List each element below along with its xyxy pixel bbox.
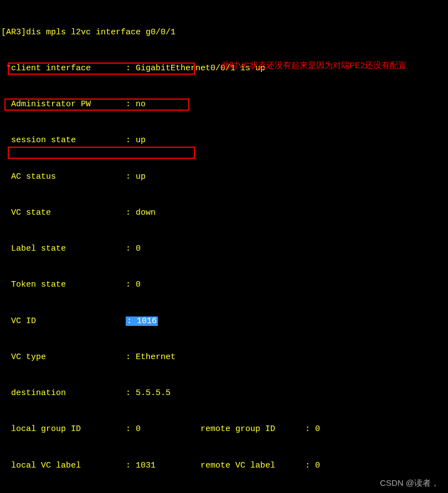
vc-state: VC state : down: [1, 207, 447, 219]
annotation-text: 此时VC状态还没有起来是因为对端PE2还没有配置: [222, 60, 410, 71]
label-state: Label state : 0: [1, 243, 447, 255]
token-state: Token state : 0: [1, 279, 447, 291]
terminal-output[interactable]: [AR3]dis mpls l2vc interface g0/0/1 *cli…: [0, 0, 448, 493]
vc-id: VC ID : 1016: [1, 315, 447, 328]
destination: destination : 5.5.5.5: [1, 387, 447, 399]
administrator-pw: Administrator PW : no: [1, 98, 447, 111]
session-state: session state : up: [1, 134, 447, 147]
local-vc-label: local VC label : 1031 remote VC label : …: [1, 460, 447, 472]
vc-id-value-selected: : 1016: [126, 316, 158, 326]
ac-status: AC status : up: [1, 171, 447, 183]
command-line: [AR3]dis mpls l2vc interface g0/0/1: [1, 27, 447, 39]
watermark: CSDN @读者，: [380, 478, 439, 489]
local-group-id: local group ID : 0 remote group ID : 0: [1, 423, 447, 435]
vc-type: VC type : Ethernet: [1, 351, 447, 364]
